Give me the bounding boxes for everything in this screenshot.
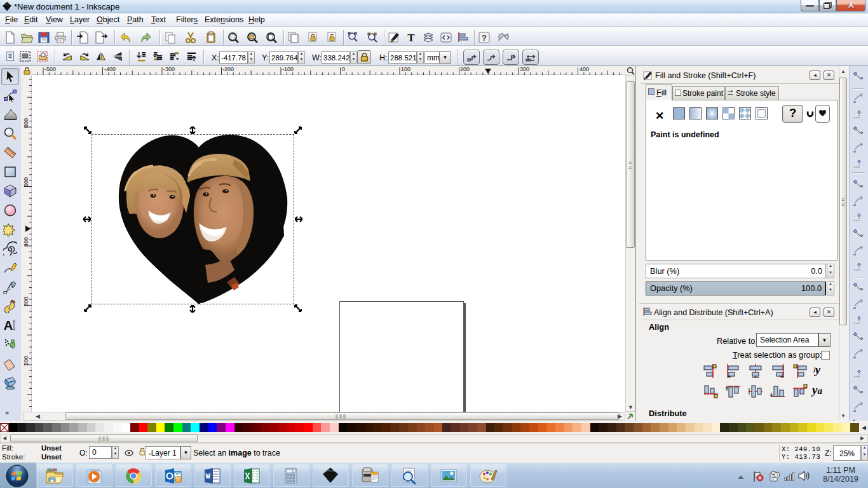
svg-text:T: T xyxy=(407,32,415,44)
svg-text:0: 0 xyxy=(292,470,294,473)
svg-text:?: ? xyxy=(482,33,487,43)
svg-text:A: A xyxy=(4,318,13,332)
